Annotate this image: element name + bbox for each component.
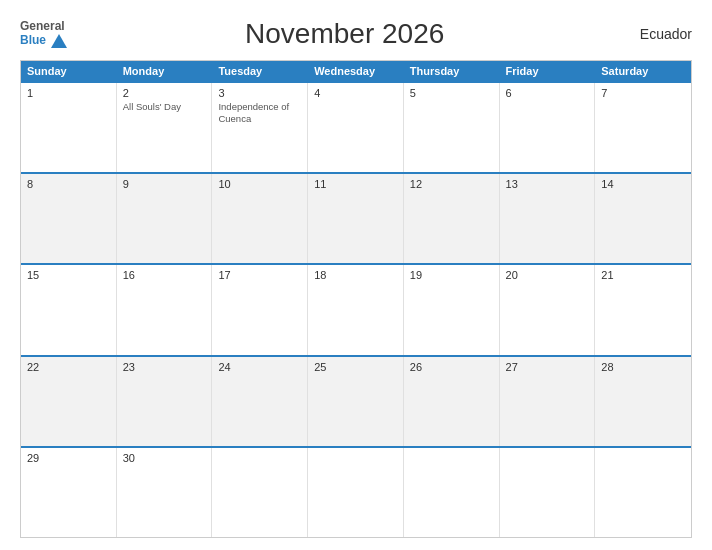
day-number: 16 — [123, 269, 206, 281]
col-monday: Monday — [117, 61, 213, 81]
calendar-week-4: 22232425262728 — [21, 355, 691, 446]
calendar-week-1: 12All Souls' Day3Independence ofCuenca45… — [21, 81, 691, 172]
calendar: Sunday Monday Tuesday Wednesday Thursday… — [20, 60, 692, 538]
calendar-cell: 13 — [500, 174, 596, 263]
calendar-cell: 21 — [595, 265, 691, 354]
day-number: 29 — [27, 452, 110, 464]
day-number: 20 — [506, 269, 589, 281]
calendar-cell — [595, 448, 691, 537]
calendar-cell — [212, 448, 308, 537]
day-number: 21 — [601, 269, 685, 281]
calendar-cell: 28 — [595, 357, 691, 446]
calendar-cell: 10 — [212, 174, 308, 263]
calendar-cell: 20 — [500, 265, 596, 354]
day-number: 3 — [218, 87, 301, 99]
calendar-cell: 25 — [308, 357, 404, 446]
logo: General Blue — [20, 20, 67, 47]
calendar-cell: 24 — [212, 357, 308, 446]
calendar-header-row: Sunday Monday Tuesday Wednesday Thursday… — [21, 61, 691, 81]
day-number: 17 — [218, 269, 301, 281]
day-number: 12 — [410, 178, 493, 190]
day-number: 22 — [27, 361, 110, 373]
day-number: 28 — [601, 361, 685, 373]
calendar-cell: 27 — [500, 357, 596, 446]
day-number: 2 — [123, 87, 206, 99]
day-number: 30 — [123, 452, 206, 464]
calendar-cell — [404, 448, 500, 537]
calendar-cell: 5 — [404, 83, 500, 172]
calendar-cell: 11 — [308, 174, 404, 263]
col-wednesday: Wednesday — [308, 61, 404, 81]
calendar-cell: 7 — [595, 83, 691, 172]
country-label: Ecuador — [622, 26, 692, 42]
calendar-cell: 9 — [117, 174, 213, 263]
calendar-event: All Souls' Day — [123, 101, 206, 113]
calendar-cell: 19 — [404, 265, 500, 354]
page-title: November 2026 — [67, 18, 622, 50]
calendar-cell: 15 — [21, 265, 117, 354]
page: General Blue November 2026 Ecuador Sunda… — [0, 0, 712, 550]
calendar-cell: 30 — [117, 448, 213, 537]
col-thursday: Thursday — [404, 61, 500, 81]
day-number: 4 — [314, 87, 397, 99]
logo-triangle-icon — [51, 34, 67, 48]
calendar-cell: 29 — [21, 448, 117, 537]
calendar-event: Cuenca — [218, 113, 301, 125]
day-number: 11 — [314, 178, 397, 190]
day-number: 8 — [27, 178, 110, 190]
calendar-cell: 3Independence ofCuenca — [212, 83, 308, 172]
day-number: 26 — [410, 361, 493, 373]
day-number: 5 — [410, 87, 493, 99]
day-number: 18 — [314, 269, 397, 281]
calendar-cell: 26 — [404, 357, 500, 446]
calendar-cell — [308, 448, 404, 537]
calendar-cell: 4 — [308, 83, 404, 172]
day-number: 9 — [123, 178, 206, 190]
calendar-cell: 22 — [21, 357, 117, 446]
logo-general-text: General — [20, 20, 67, 33]
calendar-cell: 17 — [212, 265, 308, 354]
day-number: 6 — [506, 87, 589, 99]
calendar-cell: 18 — [308, 265, 404, 354]
day-number: 1 — [27, 87, 110, 99]
col-friday: Friday — [500, 61, 596, 81]
day-number: 15 — [27, 269, 110, 281]
day-number: 14 — [601, 178, 685, 190]
calendar-cell: 2All Souls' Day — [117, 83, 213, 172]
logo-blue-text: Blue — [20, 34, 67, 48]
col-saturday: Saturday — [595, 61, 691, 81]
day-number: 24 — [218, 361, 301, 373]
calendar-cell: 12 — [404, 174, 500, 263]
calendar-event: Independence of — [218, 101, 301, 113]
calendar-week-3: 15161718192021 — [21, 263, 691, 354]
calendar-cell: 16 — [117, 265, 213, 354]
day-number: 19 — [410, 269, 493, 281]
day-number: 7 — [601, 87, 685, 99]
calendar-cell: 8 — [21, 174, 117, 263]
col-sunday: Sunday — [21, 61, 117, 81]
calendar-cell: 1 — [21, 83, 117, 172]
day-number: 25 — [314, 361, 397, 373]
day-number: 23 — [123, 361, 206, 373]
col-tuesday: Tuesday — [212, 61, 308, 81]
calendar-cell: 14 — [595, 174, 691, 263]
day-number: 10 — [218, 178, 301, 190]
calendar-cell — [500, 448, 596, 537]
calendar-week-2: 891011121314 — [21, 172, 691, 263]
calendar-cell: 6 — [500, 83, 596, 172]
day-number: 13 — [506, 178, 589, 190]
day-number: 27 — [506, 361, 589, 373]
calendar-week-5: 2930 — [21, 446, 691, 537]
calendar-body: 12All Souls' Day3Independence ofCuenca45… — [21, 81, 691, 537]
calendar-cell: 23 — [117, 357, 213, 446]
header: General Blue November 2026 Ecuador — [20, 18, 692, 50]
